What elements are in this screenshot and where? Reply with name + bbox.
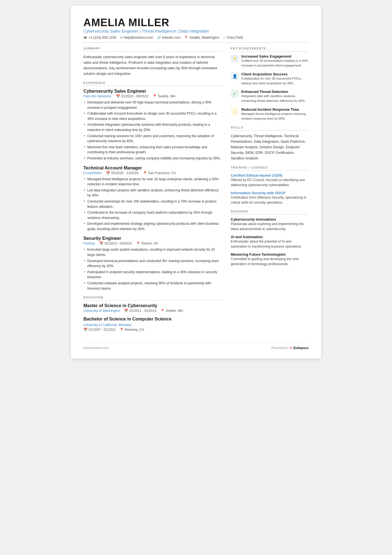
training-section: TRAINING / COURSES Certified Ethical Hac… bbox=[231, 166, 309, 205]
job-2: Technical Account Manager CrowdStrike 📅 … bbox=[83, 166, 222, 232]
edu-1: Master of Science in Cybersecurity Unive… bbox=[83, 303, 222, 313]
job-1-bullet-6: Presented at industry seminars, raising … bbox=[83, 156, 222, 161]
achievements-section: KEY ACHIEVEMENTS ⚡ Increased Sales Engag… bbox=[231, 47, 309, 121]
email-icon: ✉ bbox=[120, 36, 123, 40]
job-3-bullet-3: Participated in endpoint security implem… bbox=[83, 270, 222, 280]
training-1: Certified Ethical Hacker (CEH) Offered b… bbox=[231, 173, 309, 188]
job-2-location: 📍 San Francisco, CA bbox=[143, 171, 176, 175]
job-1-company: Palo Alto Networks bbox=[83, 94, 111, 98]
achievement-1: ⚡ Increased Sales Engagement Crafted ove… bbox=[231, 54, 309, 68]
job-2-meta: CrowdStrike 📅 05/2016 - 12/2019 📍 San Fr… bbox=[83, 171, 222, 175]
job-2-bullets: Managed threat intelligence projects for… bbox=[83, 177, 222, 232]
resume-container: AMELIA MILLER Cybersecurity Sales Engine… bbox=[71, 6, 321, 359]
passion-3: Mentoring Future Technologists Committed… bbox=[231, 252, 309, 267]
edu-1-school: University of Washington bbox=[83, 309, 120, 313]
edu-1-meta: University of Washington 📅 01/2011 - 01/… bbox=[83, 309, 222, 313]
footer-powered: Powered by ∞ Enhancv bbox=[271, 345, 309, 350]
calendar-icon-2: 📅 bbox=[106, 171, 110, 175]
location-icon-3: 📍 bbox=[136, 241, 140, 245]
training-2-desc: Certification from Offensive Security, s… bbox=[231, 195, 309, 205]
passions-label: PASSIONS bbox=[231, 210, 309, 214]
achievement-4: ☆ Reduced Incident Response Time Managed… bbox=[231, 107, 309, 121]
training-1-title: Certified Ethical Hacker (CEH) bbox=[231, 173, 309, 177]
training-2: Information Security with OSCP Certifica… bbox=[231, 191, 309, 205]
achievement-3-title: Enhanced Threat Detection bbox=[241, 90, 309, 94]
summary-section: SUMMARY Enthusiastic cybersecurity sales… bbox=[83, 47, 222, 77]
achievement-2: 👤 Client Acquisition Success Collaborate… bbox=[231, 72, 309, 86]
job-3-dates: 📅 02/2013 - 04/2016 bbox=[99, 241, 132, 245]
candidate-name: AMELIA MILLER bbox=[83, 17, 309, 29]
skills-section: SKILLS Cybersecurity, Threat Intelligenc… bbox=[231, 126, 309, 161]
job-3-company: FireEye bbox=[83, 241, 95, 245]
job-1-meta: Palo Alto Networks 📅 01/2020 - 09/2023 📍… bbox=[83, 94, 222, 98]
training-label: TRAINING / COURSES bbox=[231, 166, 309, 171]
job-1: Cybersecurity Sales Engineer Palo Alto N… bbox=[83, 89, 222, 161]
location-icon-edu1: 📍 bbox=[160, 309, 165, 313]
experience-section: EXPERIENCE Cybersecurity Sales Engineer … bbox=[83, 82, 222, 291]
job-1-bullet-1: Developed and delivered over 50 high-imp… bbox=[83, 100, 222, 110]
achievement-1-icon: ⚡ bbox=[231, 55, 239, 62]
linkedin-icon: 🔗 bbox=[157, 36, 161, 40]
achievements-label: KEY ACHIEVEMENTS bbox=[231, 47, 309, 51]
left-column: SUMMARY Enthusiastic cybersecurity sales… bbox=[83, 47, 222, 337]
edu-1-degree: Master of Science in Cybersecurity bbox=[83, 303, 222, 308]
achievement-4-desc: Managed threat intelligence projects red… bbox=[241, 112, 309, 121]
extra-value: Extra Field bbox=[227, 36, 243, 40]
job-3: Security Engineer FireEye 📅 02/2013 - 04… bbox=[83, 236, 222, 291]
phone-icon: ☎ bbox=[83, 36, 87, 40]
powered-by-label: Powered by bbox=[271, 346, 287, 349]
calendar-icon-edu2: 📅 bbox=[83, 328, 88, 332]
achievement-2-title: Client Acquisition Success bbox=[241, 72, 309, 76]
contact-row: ☎ +1-(234)-555-1234 ✉ help@enhancv.com 🔗… bbox=[83, 36, 309, 40]
job-3-bullet-1: Executed large-scale system evaluations,… bbox=[83, 247, 222, 257]
job-2-bullet-3: Conducted workshops for over 200 stakeho… bbox=[83, 199, 222, 209]
education-section: EDUCATION Master of Science in Cybersecu… bbox=[83, 296, 222, 332]
passions-section: PASSIONS Cybersecurity Innovations Passi… bbox=[231, 210, 309, 267]
contact-location: 📍 Seattle, Washington bbox=[184, 36, 219, 40]
training-1-desc: Offered by EC-Council, focused on identi… bbox=[231, 177, 309, 188]
achievement-1-desc: Crafted over 50 presentations leading to… bbox=[241, 58, 309, 68]
education-label: EDUCATION bbox=[83, 296, 222, 300]
enhancv-brand: Enhancv bbox=[294, 346, 309, 350]
calendar-icon-edu1: 📅 bbox=[124, 309, 128, 313]
passion-2-desc: Enthusiastic about the potential of AI a… bbox=[231, 239, 309, 249]
email-value: help@enhancv.com bbox=[124, 36, 153, 40]
job-2-title: Technical Account Manager bbox=[83, 166, 222, 171]
job-3-location: 📍 Reston, VA bbox=[136, 241, 158, 245]
passion-2-title: AI and Automation bbox=[231, 235, 309, 239]
passion-1: Cybersecurity Innovations Passionate abo… bbox=[231, 217, 309, 231]
job-2-bullet-5: Developed and implemented strategy align… bbox=[83, 221, 222, 231]
job-3-title: Security Engineer bbox=[83, 236, 222, 241]
job-2-dates: 📅 05/2016 - 12/2019 bbox=[106, 171, 138, 175]
job-1-bullet-3: Architected integrated cybersecurity sol… bbox=[83, 122, 222, 132]
contact-extra: ☆ Extra Field bbox=[223, 36, 243, 40]
main-layout: SUMMARY Enthusiastic cybersecurity sales… bbox=[83, 47, 309, 337]
achievement-3-desc: Integrated data with sandbox analysis, e… bbox=[241, 94, 309, 103]
location-value: Seattle, Washington bbox=[189, 36, 219, 40]
edu-2-meta: 📅 01/2007 - 01/2011 📍 Berkeley, CA bbox=[83, 328, 222, 332]
contact-linkedin: 🔗 linkedin.com bbox=[157, 36, 181, 40]
job-3-bullets: Executed large-scale system evaluations,… bbox=[83, 247, 222, 291]
calendar-icon-1: 📅 bbox=[116, 94, 120, 98]
right-column: KEY ACHIEVEMENTS ⚡ Increased Sales Engag… bbox=[231, 47, 309, 337]
job-1-bullet-4: Conducted training sessions for 100+ pee… bbox=[83, 134, 222, 144]
achievement-3-icon: ✓ bbox=[231, 90, 239, 98]
passion-1-title: Cybersecurity Innovations bbox=[231, 217, 309, 221]
achievement-2-icon: 👤 bbox=[231, 72, 239, 80]
edu-2: Bachelor of Science in Computer Science … bbox=[83, 317, 222, 332]
job-3-bullet-2: Developed technical presentations and co… bbox=[83, 258, 222, 269]
candidate-title: Cybersecurity Sales Engineer | Threat In… bbox=[83, 29, 309, 33]
location-icon-2: 📍 bbox=[143, 171, 147, 175]
achievement-1-title: Increased Sales Engagement bbox=[241, 54, 309, 58]
job-1-bullet-5: Mentored five new team members, enhancin… bbox=[83, 145, 222, 155]
linkedin-value: linkedin.com bbox=[162, 36, 181, 40]
job-2-company: CrowdStrike bbox=[83, 171, 101, 175]
passion-2: AI and Automation Enthusiastic about the… bbox=[231, 235, 309, 249]
contact-email: ✉ help@enhancv.com bbox=[120, 36, 153, 40]
job-1-title: Cybersecurity Sales Engineer bbox=[83, 89, 222, 94]
skills-text: Cybersecurity, Threat Intelligence, Tech… bbox=[231, 133, 309, 161]
achievement-3: ✓ Enhanced Threat Detection Integrated d… bbox=[231, 90, 309, 103]
enhancv-icon: ∞ bbox=[289, 345, 292, 350]
experience-label: EXPERIENCE bbox=[83, 82, 222, 86]
job-2-bullet-4: Contributed to the increase of company S… bbox=[83, 210, 222, 220]
